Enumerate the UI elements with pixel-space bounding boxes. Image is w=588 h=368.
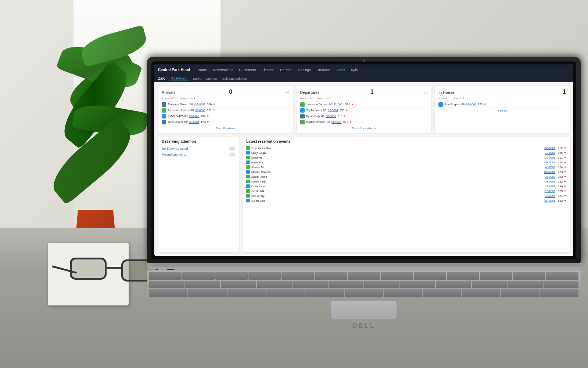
tab-tasks[interactable]: Tasks — [191, 77, 203, 81]
see-all-departures[interactable]: See all departures — [300, 127, 428, 130]
event-code[interactable]: JZ-0096 — [545, 194, 555, 198]
event-dot — [246, 146, 250, 150]
event-num: 123 — [558, 170, 563, 174]
guest-number: 313 — [337, 114, 342, 118]
event-code[interactable]: CR-0001 — [544, 161, 555, 164]
stats-row: Arrivals 0/4 Rooms 0/55 Guests 0/13 — [158, 86, 570, 133]
keyboard-row — [149, 281, 578, 289]
event-item: Dolly Jane JS-0001 126 ♥ — [246, 184, 566, 188]
tab-monitor[interactable]: Monitor — [204, 77, 219, 81]
see-all-arrivals[interactable]: See all arrivals — [162, 127, 289, 130]
reservation-code[interactable]: 06-0001 — [326, 114, 336, 118]
reservation-code[interactable]: 33-0004 — [328, 109, 338, 112]
keyboard-row — [149, 272, 578, 280]
list-item: Alabama Group 88 GA-0001 130 ♥ — [162, 102, 289, 107]
room-number: 88 — [184, 114, 187, 118]
attention-label[interactable]: Missed payments — [162, 153, 186, 156]
room-number: 88 — [190, 103, 193, 106]
list-item: Jameson James 80 32-0001 326 ♥ — [300, 102, 428, 107]
arrivals-fraction: /4 — [286, 91, 289, 95]
room-number: 80 — [327, 120, 330, 124]
guest-number: 336 — [340, 109, 344, 112]
key — [544, 281, 579, 289]
key — [348, 272, 380, 280]
events-title: Latest reservation events — [246, 139, 566, 144]
screen-content: Central Park Hotel Home Reservations Cus… — [154, 64, 573, 256]
key — [185, 281, 220, 289]
key — [257, 281, 292, 289]
list-item: Roy Rogers 88 88-0001 123 ♥ — [438, 102, 566, 107]
departures-header: Departures 1/5 — [300, 89, 428, 95]
event-code[interactable]: CB-0001 — [544, 180, 555, 183]
sub-nav-brand: ZaK — [158, 77, 165, 81]
inhouse-sub: Rooms 1 Guests 1 — [438, 97, 566, 100]
event-name: Cucumber Man — [251, 146, 543, 150]
event-code[interactable]: ML-0001 — [544, 156, 555, 159]
avatar — [300, 120, 305, 124]
plant-leaves — [37, 33, 162, 217]
bottom-row: Deserving attention No-Show Detected — M… — [158, 137, 570, 252]
heart-icon: ♥ — [207, 120, 209, 124]
reservation-code[interactable]: 33-0005 — [195, 109, 205, 112]
heart-icon: ♥ — [564, 166, 566, 169]
tab-zak-subscription[interactable]: Zak Subscription — [220, 77, 249, 81]
event-code[interactable]: AJ-0001 — [545, 166, 555, 169]
heart-icon: ♥ — [564, 194, 566, 198]
room-number: 80 — [329, 103, 332, 106]
top-navigation: Central Park Hotel Home Reservations Cus… — [154, 64, 573, 75]
nav-home[interactable]: Home — [196, 67, 209, 72]
inhouse-list: Roy Rogers 88 88-0001 123 ♥ — [438, 102, 566, 107]
arrivals-rooms-label: Rooms 0/55 — [162, 97, 176, 100]
nav-kylix[interactable]: Kylix — [349, 67, 360, 72]
nav-reservations[interactable]: Reservations — [211, 67, 235, 72]
guest-name: Alabama Group — [168, 103, 188, 106]
heart-icon: ♥ — [349, 120, 351, 124]
departures-fraction: /5 — [424, 91, 427, 95]
reservation-code[interactable]: 88-0001 — [466, 103, 477, 106]
see-all-inhouse[interactable]: See all — [438, 109, 566, 112]
departures-title: Departures — [300, 91, 320, 95]
event-dot — [246, 165, 250, 169]
event-dot — [246, 194, 250, 198]
attention-badge: — — [229, 153, 235, 156]
reservation-code[interactable]: 32-0001 — [334, 103, 344, 106]
attention-label[interactable]: No-Show Detected — [162, 147, 188, 151]
reservation-code[interactable]: 33-0005 — [189, 120, 200, 124]
key — [472, 281, 507, 289]
nav-finance[interactable]: Finance — [260, 67, 276, 72]
room-number: 88 — [184, 120, 188, 124]
guest-number: 321 — [343, 120, 348, 124]
avatar — [438, 102, 443, 107]
event-num: 126 — [558, 185, 563, 188]
tab-dashboard[interactable]: Dashboard — [169, 76, 189, 81]
event-code[interactable]: JZ-0007 — [545, 175, 555, 178]
guest-number: 123 — [478, 103, 483, 106]
events-card: Latest reservation events Cucumber Man K… — [243, 137, 570, 252]
event-code[interactable]: SL-0001 — [545, 151, 555, 155]
event-name: Dolly Jane — [251, 185, 544, 188]
nav-settings[interactable]: Settings — [297, 67, 313, 72]
event-code[interactable]: SM-0002 — [544, 170, 555, 174]
reservation-code[interactable]: 06-0001 — [331, 120, 342, 124]
event-code[interactable]: BD-0001 — [544, 199, 555, 202]
nav-customers[interactable]: Customers — [237, 67, 258, 72]
guest-number: 130 — [207, 103, 212, 106]
trackpad[interactable] — [331, 301, 397, 319]
key — [546, 272, 578, 280]
inhouse-rooms-label: Rooms 1 — [438, 97, 449, 100]
heart-icon: ♥ — [346, 109, 348, 112]
event-dot — [246, 199, 250, 202]
event-item: Dylan Bob BD-0001 522 ♥ — [246, 198, 566, 203]
event-code[interactable]: JS-0001 — [545, 185, 555, 188]
list-item: Dylan Dog 80 06-0001 313 ♥ — [300, 113, 428, 119]
nav-products[interactable]: Products — [315, 67, 333, 72]
event-item: Zoplin Janis JZ-0007 123 ♥ — [246, 174, 566, 179]
reservation-code[interactable]: 88-0001 — [189, 114, 199, 118]
event-code[interactable]: KS-0001 — [545, 190, 555, 193]
heart-icon: ♥ — [564, 161, 566, 164]
reservation-code[interactable]: GA-0001 — [194, 103, 205, 106]
event-code[interactable]: KC-0001 — [544, 146, 555, 150]
nav-reports[interactable]: Reports — [278, 67, 294, 72]
nav-sales[interactable]: Sales — [334, 67, 347, 72]
event-item: Zer Jenny JZ-0096 121 ♥ — [246, 194, 566, 198]
